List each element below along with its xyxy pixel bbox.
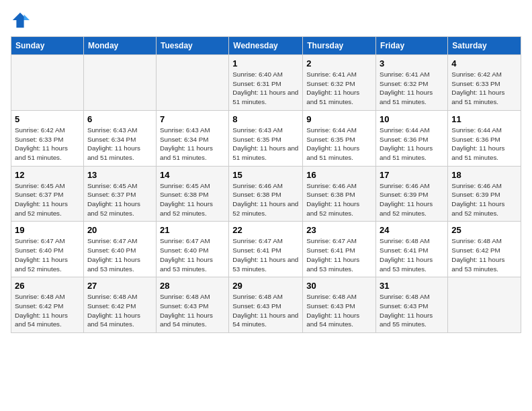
calendar-header-row: SundayMondayTuesdayWednesdayThursdayFrid… xyxy=(11,37,521,55)
logo-icon xyxy=(11,11,30,30)
calendar-cell: 3Sunrise: 6:41 AMSunset: 6:32 PMDaylight… xyxy=(376,55,448,111)
calendar-cell: 16Sunrise: 6:46 AMSunset: 6:38 PMDayligh… xyxy=(303,166,376,222)
day-number: 4 xyxy=(451,58,517,68)
day-info: Sunrise: 6:47 AMSunset: 6:41 PMDaylight:… xyxy=(306,236,372,273)
page-header xyxy=(11,11,521,30)
calendar-cell: 28Sunrise: 6:48 AMSunset: 6:43 PMDayligh… xyxy=(156,277,228,333)
col-header-saturday: Saturday xyxy=(448,37,521,55)
calendar-cell: 23Sunrise: 6:47 AMSunset: 6:41 PMDayligh… xyxy=(303,222,376,277)
day-info: Sunrise: 6:43 AMSunset: 6:34 PMDaylight:… xyxy=(87,126,152,163)
col-header-sunday: Sunday xyxy=(11,37,84,55)
day-info: Sunrise: 6:40 AMSunset: 6:31 PMDaylight:… xyxy=(232,70,299,107)
day-number: 31 xyxy=(380,281,444,291)
calendar-cell: 6Sunrise: 6:43 AMSunset: 6:34 PMDaylight… xyxy=(83,110,156,166)
day-number: 22 xyxy=(232,225,299,235)
day-number: 27 xyxy=(87,281,152,291)
day-info: Sunrise: 6:48 AMSunset: 6:43 PMDaylight:… xyxy=(232,292,299,329)
calendar-cell: 12Sunrise: 6:45 AMSunset: 6:37 PMDayligh… xyxy=(11,166,84,222)
day-info: Sunrise: 6:48 AMSunset: 6:42 PMDaylight:… xyxy=(15,292,80,329)
day-number: 13 xyxy=(87,170,152,180)
calendar-cell xyxy=(156,55,228,111)
col-header-monday: Monday xyxy=(83,37,156,55)
day-info: Sunrise: 6:48 AMSunset: 6:42 PMDaylight:… xyxy=(87,292,152,329)
day-number: 16 xyxy=(306,170,372,180)
day-info: Sunrise: 6:46 AMSunset: 6:38 PMDaylight:… xyxy=(306,181,372,218)
day-number: 8 xyxy=(232,114,299,124)
day-number: 1 xyxy=(232,58,299,68)
day-info: Sunrise: 6:46 AMSunset: 6:38 PMDaylight:… xyxy=(232,181,299,218)
calendar-cell: 15Sunrise: 6:46 AMSunset: 6:38 PMDayligh… xyxy=(229,166,303,222)
day-info: Sunrise: 6:48 AMSunset: 6:43 PMDaylight:… xyxy=(160,292,225,329)
logo xyxy=(11,11,32,30)
col-header-wednesday: Wednesday xyxy=(229,37,303,55)
calendar-cell: 29Sunrise: 6:48 AMSunset: 6:43 PMDayligh… xyxy=(229,277,303,333)
svg-marker-1 xyxy=(24,15,30,20)
calendar-cell: 22Sunrise: 6:47 AMSunset: 6:41 PMDayligh… xyxy=(229,222,303,277)
calendar-table: SundayMondayTuesdayWednesdayThursdayFrid… xyxy=(11,36,521,333)
calendar-cell xyxy=(11,55,84,111)
calendar-cell: 2Sunrise: 6:41 AMSunset: 6:32 PMDaylight… xyxy=(303,55,376,111)
calendar-cell: 4Sunrise: 6:42 AMSunset: 6:33 PMDaylight… xyxy=(448,55,521,111)
day-number: 3 xyxy=(380,58,444,68)
calendar-cell: 18Sunrise: 6:46 AMSunset: 6:39 PMDayligh… xyxy=(448,166,521,222)
calendar-cell: 7Sunrise: 6:43 AMSunset: 6:34 PMDaylight… xyxy=(156,110,228,166)
day-number: 10 xyxy=(380,114,444,124)
day-info: Sunrise: 6:47 AMSunset: 6:41 PMDaylight:… xyxy=(232,236,299,273)
calendar-week-row: 5Sunrise: 6:42 AMSunset: 6:33 PMDaylight… xyxy=(11,110,521,166)
day-number: 14 xyxy=(160,170,225,180)
calendar-cell: 19Sunrise: 6:47 AMSunset: 6:40 PMDayligh… xyxy=(11,222,84,277)
day-number: 20 xyxy=(87,225,152,235)
day-info: Sunrise: 6:45 AMSunset: 6:37 PMDaylight:… xyxy=(15,181,80,218)
calendar-cell: 20Sunrise: 6:47 AMSunset: 6:40 PMDayligh… xyxy=(83,222,156,277)
day-number: 24 xyxy=(380,225,444,235)
day-number: 28 xyxy=(160,281,225,291)
calendar-cell: 9Sunrise: 6:44 AMSunset: 6:35 PMDaylight… xyxy=(303,110,376,166)
calendar-week-row: 12Sunrise: 6:45 AMSunset: 6:37 PMDayligh… xyxy=(11,166,521,222)
calendar-cell: 13Sunrise: 6:45 AMSunset: 6:37 PMDayligh… xyxy=(83,166,156,222)
day-number: 29 xyxy=(232,281,299,291)
day-number: 9 xyxy=(306,114,372,124)
day-number: 26 xyxy=(15,281,80,291)
day-info: Sunrise: 6:45 AMSunset: 6:38 PMDaylight:… xyxy=(160,181,225,218)
calendar-cell: 21Sunrise: 6:47 AMSunset: 6:40 PMDayligh… xyxy=(156,222,228,277)
day-info: Sunrise: 6:48 AMSunset: 6:42 PMDaylight:… xyxy=(451,236,517,273)
calendar-cell: 17Sunrise: 6:46 AMSunset: 6:39 PMDayligh… xyxy=(376,166,448,222)
day-info: Sunrise: 6:46 AMSunset: 6:39 PMDaylight:… xyxy=(380,181,444,218)
day-info: Sunrise: 6:41 AMSunset: 6:32 PMDaylight:… xyxy=(306,70,372,107)
day-info: Sunrise: 6:42 AMSunset: 6:33 PMDaylight:… xyxy=(15,126,80,163)
col-header-thursday: Thursday xyxy=(303,37,376,55)
day-number: 25 xyxy=(451,225,517,235)
day-info: Sunrise: 6:45 AMSunset: 6:37 PMDaylight:… xyxy=(87,181,152,218)
day-info: Sunrise: 6:44 AMSunset: 6:36 PMDaylight:… xyxy=(451,126,517,163)
day-info: Sunrise: 6:44 AMSunset: 6:35 PMDaylight:… xyxy=(306,126,372,163)
day-number: 21 xyxy=(160,225,225,235)
day-info: Sunrise: 6:48 AMSunset: 6:41 PMDaylight:… xyxy=(380,236,444,273)
day-number: 6 xyxy=(87,114,152,124)
calendar-cell xyxy=(83,55,156,111)
calendar-cell: 10Sunrise: 6:44 AMSunset: 6:36 PMDayligh… xyxy=(376,110,448,166)
calendar-cell: 8Sunrise: 6:43 AMSunset: 6:35 PMDaylight… xyxy=(229,110,303,166)
day-number: 7 xyxy=(160,114,225,124)
calendar-cell: 31Sunrise: 6:48 AMSunset: 6:43 PMDayligh… xyxy=(376,277,448,333)
day-number: 15 xyxy=(232,170,299,180)
calendar-cell: 14Sunrise: 6:45 AMSunset: 6:38 PMDayligh… xyxy=(156,166,228,222)
calendar-week-row: 1Sunrise: 6:40 AMSunset: 6:31 PMDaylight… xyxy=(11,55,521,111)
day-info: Sunrise: 6:48 AMSunset: 6:43 PMDaylight:… xyxy=(380,292,444,329)
day-number: 18 xyxy=(451,170,517,180)
day-info: Sunrise: 6:42 AMSunset: 6:33 PMDaylight:… xyxy=(451,70,517,107)
calendar-cell: 30Sunrise: 6:48 AMSunset: 6:43 PMDayligh… xyxy=(303,277,376,333)
calendar-week-row: 26Sunrise: 6:48 AMSunset: 6:42 PMDayligh… xyxy=(11,277,521,333)
day-info: Sunrise: 6:44 AMSunset: 6:36 PMDaylight:… xyxy=(380,126,444,163)
calendar-cell: 24Sunrise: 6:48 AMSunset: 6:41 PMDayligh… xyxy=(376,222,448,277)
day-number: 11 xyxy=(451,114,517,124)
day-info: Sunrise: 6:47 AMSunset: 6:40 PMDaylight:… xyxy=(160,236,225,273)
calendar-cell: 11Sunrise: 6:44 AMSunset: 6:36 PMDayligh… xyxy=(448,110,521,166)
day-number: 2 xyxy=(306,58,372,68)
day-number: 5 xyxy=(15,114,80,124)
day-info: Sunrise: 6:47 AMSunset: 6:40 PMDaylight:… xyxy=(15,236,80,273)
calendar-cell: 5Sunrise: 6:42 AMSunset: 6:33 PMDaylight… xyxy=(11,110,84,166)
calendar-cell: 26Sunrise: 6:48 AMSunset: 6:42 PMDayligh… xyxy=(11,277,84,333)
calendar-cell xyxy=(448,277,521,333)
col-header-friday: Friday xyxy=(376,37,448,55)
day-info: Sunrise: 6:43 AMSunset: 6:35 PMDaylight:… xyxy=(232,126,299,163)
